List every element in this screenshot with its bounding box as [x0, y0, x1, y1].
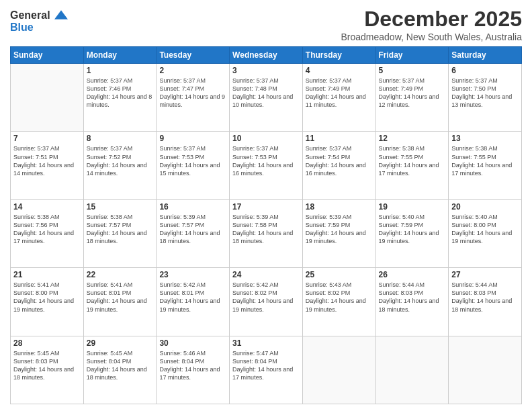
table-row: 8 Sunrise: 5:37 AM Sunset: 7:52 PM Dayli…	[83, 132, 157, 199]
table-row: 23 Sunrise: 5:42 AM Sunset: 8:01 PM Dayl…	[157, 268, 230, 336]
table-row: 20 Sunrise: 5:40 AM Sunset: 8:00 PM Dayl…	[449, 199, 522, 267]
sunrise: Sunrise: 5:37 AM	[232, 144, 300, 152]
sunset: Sunset: 8:03 PM	[451, 289, 519, 297]
sunset: Sunset: 8:02 PM	[306, 289, 373, 297]
table-row: 13 Sunrise: 5:38 AM Sunset: 7:55 PM Dayl…	[449, 132, 522, 199]
sunset: Sunset: 7:54 PM	[306, 153, 373, 161]
day-number: 29	[87, 338, 154, 348]
sunrise: Sunrise: 5:43 AM	[306, 281, 373, 289]
day-number: 1	[87, 66, 154, 75]
sunset: Sunset: 7:57 PM	[87, 221, 154, 229]
table-row: 7 Sunrise: 5:37 AM Sunset: 7:51 PM Dayli…	[11, 132, 84, 199]
day-number: 18	[306, 202, 373, 212]
day-info: Sunrise: 5:45 AM Sunset: 8:03 PM Dayligh…	[13, 349, 81, 382]
day-info: Sunrise: 5:44 AM Sunset: 8:03 PM Dayligh…	[451, 281, 519, 314]
day-info: Sunrise: 5:37 AM Sunset: 7:50 PM Dayligh…	[451, 77, 519, 109]
daylight: Daylight: 14 hours and 18 minutes.	[13, 365, 81, 381]
day-info: Sunrise: 5:37 AM Sunset: 7:49 PM Dayligh…	[306, 77, 373, 109]
day-number: 28	[13, 338, 81, 348]
day-number: 10	[232, 134, 300, 143]
table-row: 29 Sunrise: 5:45 AM Sunset: 8:04 PM Dayl…	[83, 336, 157, 404]
sunrise: Sunrise: 5:37 AM	[306, 144, 373, 152]
sunrise: Sunrise: 5:39 AM	[306, 213, 373, 221]
day-number: 24	[232, 270, 300, 279]
daylight: Daylight: 14 hours and 18 minutes.	[379, 297, 446, 313]
sunrise: Sunrise: 5:37 AM	[87, 77, 154, 85]
logo-blue: Blue	[10, 21, 68, 34]
sunrise: Sunrise: 5:41 AM	[87, 281, 154, 289]
table-row: 22 Sunrise: 5:41 AM Sunset: 8:01 PM Dayl…	[83, 268, 157, 336]
day-info: Sunrise: 5:39 AM Sunset: 7:59 PM Dayligh…	[306, 213, 373, 246]
sunrise: Sunrise: 5:45 AM	[87, 349, 154, 357]
table-row: 24 Sunrise: 5:42 AM Sunset: 8:02 PM Dayl…	[230, 268, 303, 336]
daylight: Daylight: 14 hours and 16 minutes.	[306, 161, 373, 177]
sunset: Sunset: 8:02 PM	[232, 289, 300, 297]
sunset: Sunset: 7:58 PM	[232, 221, 300, 229]
table-row: 26 Sunrise: 5:44 AM Sunset: 8:03 PM Dayl…	[375, 268, 449, 336]
sunrise: Sunrise: 5:38 AM	[379, 144, 446, 152]
daylight: Daylight: 14 hours and 17 minutes.	[159, 365, 226, 381]
table-row: 3 Sunrise: 5:37 AM Sunset: 7:48 PM Dayli…	[230, 64, 303, 132]
sunset: Sunset: 8:03 PM	[379, 289, 446, 297]
day-info: Sunrise: 5:46 AM Sunset: 8:04 PM Dayligh…	[159, 349, 226, 382]
header-friday: Friday	[375, 47, 449, 64]
sunset: Sunset: 7:53 PM	[232, 153, 300, 161]
day-info: Sunrise: 5:42 AM Sunset: 8:01 PM Dayligh…	[159, 281, 226, 314]
day-number: 21	[13, 270, 81, 279]
sunset: Sunset: 7:59 PM	[379, 221, 446, 229]
daylight: Daylight: 14 hours and 16 minutes.	[232, 161, 300, 177]
table-row: 18 Sunrise: 5:39 AM Sunset: 7:59 PM Dayl…	[302, 199, 375, 267]
calendar-week-row: 1 Sunrise: 5:37 AM Sunset: 7:46 PM Dayli…	[11, 64, 522, 132]
table-row: 12 Sunrise: 5:38 AM Sunset: 7:55 PM Dayl…	[375, 132, 449, 199]
day-number: 6	[451, 66, 519, 75]
sunrise: Sunrise: 5:37 AM	[379, 77, 446, 85]
sunset: Sunset: 7:48 PM	[232, 85, 300, 93]
daylight: Daylight: 14 hours and 9 minutes.	[159, 93, 226, 109]
sunset: Sunset: 7:55 PM	[379, 153, 446, 161]
header-monday: Monday	[83, 47, 157, 64]
sunrise: Sunrise: 5:37 AM	[159, 144, 226, 152]
daylight: Daylight: 14 hours and 19 minutes.	[451, 229, 519, 245]
page: General Blue December 2025 Broadmeadow, …	[0, 0, 532, 411]
sunset: Sunset: 8:03 PM	[13, 357, 81, 365]
daylight: Daylight: 14 hours and 17 minutes.	[379, 161, 446, 177]
day-info: Sunrise: 5:37 AM Sunset: 7:53 PM Dayligh…	[232, 144, 300, 177]
logo: General Blue	[10, 9, 68, 33]
sunset: Sunset: 7:57 PM	[159, 221, 226, 229]
sunset: Sunset: 7:52 PM	[87, 153, 154, 161]
header: General Blue December 2025 Broadmeadow, …	[10, 7, 522, 42]
day-number: 16	[159, 202, 226, 212]
day-number: 11	[306, 134, 373, 143]
sunrise: Sunrise: 5:46 AM	[159, 349, 226, 357]
table-row: 25 Sunrise: 5:43 AM Sunset: 8:02 PM Dayl…	[302, 268, 375, 336]
day-number: 27	[451, 270, 519, 279]
header-wednesday: Wednesday	[230, 47, 303, 64]
calendar-header-row: Sunday Monday Tuesday Wednesday Thursday…	[11, 47, 522, 64]
day-number: 14	[13, 202, 81, 212]
day-info: Sunrise: 5:40 AM Sunset: 7:59 PM Dayligh…	[379, 213, 446, 246]
daylight: Daylight: 14 hours and 19 minutes.	[159, 297, 226, 313]
main-title: December 2025	[341, 7, 522, 32]
day-info: Sunrise: 5:41 AM Sunset: 8:01 PM Dayligh…	[87, 281, 154, 314]
calendar-week-row: 28 Sunrise: 5:45 AM Sunset: 8:03 PM Dayl…	[11, 336, 522, 404]
day-info: Sunrise: 5:37 AM Sunset: 7:47 PM Dayligh…	[159, 77, 226, 109]
sunrise: Sunrise: 5:37 AM	[306, 77, 373, 85]
sunrise: Sunrise: 5:42 AM	[232, 281, 300, 289]
sunset: Sunset: 7:55 PM	[451, 153, 519, 161]
day-number: 13	[451, 134, 519, 143]
daylight: Daylight: 14 hours and 19 minutes.	[379, 229, 446, 245]
sunset: Sunset: 7:53 PM	[159, 153, 226, 161]
sunrise: Sunrise: 5:39 AM	[159, 213, 226, 221]
daylight: Daylight: 14 hours and 14 minutes.	[87, 161, 154, 177]
day-info: Sunrise: 5:41 AM Sunset: 8:00 PM Dayligh…	[13, 281, 81, 314]
table-row	[449, 336, 522, 404]
day-info: Sunrise: 5:37 AM Sunset: 7:46 PM Dayligh…	[87, 77, 154, 109]
sunrise: Sunrise: 5:38 AM	[451, 144, 519, 152]
sunset: Sunset: 7:59 PM	[306, 221, 373, 229]
daylight: Daylight: 14 hours and 14 minutes.	[13, 161, 81, 177]
day-info: Sunrise: 5:37 AM Sunset: 7:52 PM Dayligh…	[87, 144, 154, 177]
day-number: 7	[13, 134, 81, 143]
table-row: 15 Sunrise: 5:38 AM Sunset: 7:57 PM Dayl…	[83, 199, 157, 267]
day-info: Sunrise: 5:40 AM Sunset: 8:00 PM Dayligh…	[451, 213, 519, 246]
day-info: Sunrise: 5:42 AM Sunset: 8:02 PM Dayligh…	[232, 281, 300, 314]
